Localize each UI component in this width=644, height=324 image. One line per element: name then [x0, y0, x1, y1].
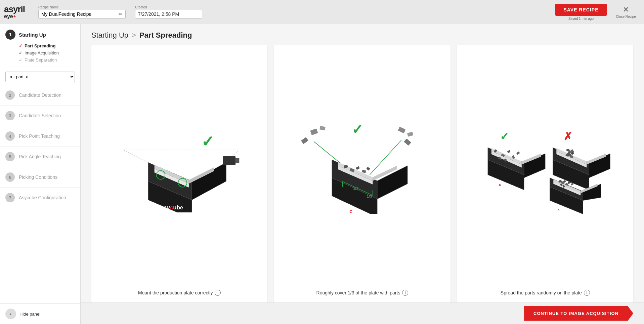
breadcrumb-current: Part Spreading [139, 31, 192, 40]
svg-text:1/3: 1/3 [353, 186, 359, 191]
svg-text:✗: ✗ [563, 130, 572, 143]
main-layout: 1 Starting Up ✓ Part Spreading ✓ Image A… [0, 24, 644, 324]
svg-text:c: c [170, 204, 173, 211]
svg-rect-22 [404, 138, 412, 146]
card1-image: asy c ube ✓ [99, 53, 259, 284]
svg-rect-12 [223, 156, 235, 165]
hide-panel-label: Hide panel [19, 312, 40, 317]
svg-text:asy: asy [492, 182, 499, 187]
card2-svg: ✓ [292, 123, 433, 214]
main-content: Starting Up > Part Spreading [81, 24, 644, 324]
svg-text:c: c [350, 208, 352, 214]
sub-item-plate-separation[interactable]: ✓ Plate Separation [19, 56, 75, 64]
created-input-wrap: 7/27/2021, 2:58 PM [135, 10, 202, 18]
step1-header: 1 Starting Up [5, 30, 75, 40]
logo-sub: eye [4, 13, 13, 19]
sub-items: ✓ Part Spreading ✓ Image Acquisition ✓ P… [5, 42, 75, 64]
sidebar-item-asycube-configuration[interactable]: 7 Asycube Configuration [0, 188, 80, 208]
svg-line-9 [123, 150, 148, 162]
sidebar-step1-section: 1 Starting Up ✓ Part Spreading ✓ Image A… [0, 24, 80, 69]
sub-item-part-spreading[interactable]: ✓ Part Spreading [19, 42, 75, 49]
check-icon-1: ✓ [19, 43, 23, 48]
svg-text:1/3: 1/3 [367, 194, 373, 198]
saved-status-text: Saved 1 min ago [568, 17, 594, 21]
card2-info-button[interactable]: i [402, 290, 408, 296]
sub-item-image-acquisition[interactable]: ✓ Image Acquisition [19, 49, 75, 56]
card-spread-parts: ✓ [457, 45, 633, 302]
svg-rect-21 [407, 132, 413, 137]
recipe-name-input-wrap: ✏ [38, 10, 126, 18]
svg-text:ube: ube [173, 204, 183, 211]
nav-label-4: Pick Point Teaching [19, 133, 60, 139]
part-select-dropdown[interactable]: a - part_a [5, 72, 75, 82]
card3-info-button[interactable]: i [584, 290, 590, 296]
svg-rect-57 [516, 151, 520, 155]
recipe-name-field: Recipe Name ✏ [38, 5, 126, 18]
svg-marker-2 [192, 162, 226, 200]
sidebar-nav: 2 Candidate Detection 3 Candidate Select… [0, 85, 80, 303]
logo-plus: + [13, 14, 16, 19]
header: asyril eye + Recipe Name ✏ Created 7/27/… [0, 0, 644, 24]
bottom-bar: CONTINUE TO IMAGE ACQUISITION [81, 302, 644, 324]
close-recipe-button[interactable]: ✕ Close Recipe [612, 4, 640, 20]
cards-area: asy c ube ✓ [81, 45, 644, 302]
close-recipe-label: Close Recipe [616, 15, 636, 18]
svg-text:asy: asy [552, 208, 558, 212]
svg-text:ube: ube [501, 182, 508, 187]
sidebar-item-candidate-selection[interactable]: 3 Candidate Selection [0, 106, 80, 126]
sub-item-label-2: Image Acquisition [25, 50, 59, 55]
step4-circle: 4 [5, 131, 15, 141]
logo-text: asyril [4, 5, 25, 13]
sidebar-item-pick-point-teaching[interactable]: 4 Pick Point Teaching [0, 126, 80, 147]
created-label: Created [135, 5, 202, 9]
nav-label-5: Pick Angle Teaching [19, 154, 61, 159]
step1-circle: 1 [5, 30, 15, 40]
svg-text:ube: ube [352, 208, 361, 214]
svg-text:✓: ✓ [352, 123, 363, 137]
created-field: Created 7/27/2021, 2:58 PM [135, 5, 202, 18]
card-cover-plate: ✓ [274, 45, 450, 302]
svg-text:ube: ube [559, 208, 565, 212]
card3-caption: Spread the parts randomly on the plate i [501, 290, 590, 296]
card-mount-plate: asy c ube ✓ [91, 45, 267, 302]
step3-circle: 3 [5, 111, 15, 120]
svg-rect-54 [507, 150, 511, 153]
hide-panel-button[interactable]: ‹ Hide panel [0, 303, 80, 324]
save-recipe-wrap: SAVE RECIPE Saved 1 min ago [555, 4, 606, 21]
edit-icon[interactable]: ✏ [119, 11, 123, 17]
step6-circle: 6 [5, 172, 15, 182]
breadcrumb-parent: Starting Up [91, 31, 128, 40]
sidebar-item-candidate-detection[interactable]: 2 Candidate Detection [0, 85, 80, 106]
card3-image: ✓ [465, 53, 625, 284]
nav-label-7: Asycube Configuration [19, 195, 66, 200]
save-recipe-button[interactable]: SAVE RECIPE [555, 4, 606, 16]
svg-text:asy: asy [341, 208, 349, 214]
card1-info-button[interactable]: i [215, 290, 221, 296]
svg-rect-19 [301, 137, 308, 144]
sidebar-item-pick-angle-teaching[interactable]: 5 Pick Angle Teaching [0, 147, 80, 167]
svg-rect-35 [362, 170, 366, 173]
nav-label-2: Candidate Detection [19, 92, 61, 98]
sub-item-label-3: Plate Separation [25, 57, 57, 63]
check-icon-3: ✓ [19, 57, 23, 63]
recipe-name-input[interactable] [41, 11, 116, 17]
card3-svg: ✓ [471, 123, 619, 214]
svg-rect-34 [356, 166, 360, 170]
svg-rect-13 [235, 158, 239, 163]
step2-circle: 2 [5, 90, 15, 100]
logo: asyril eye + [4, 5, 25, 19]
card2-caption: Roughly cover 1/3 of the plate with part… [316, 290, 409, 296]
card1-svg: asy c ube ✓ [116, 125, 243, 212]
check-icon-2: ✓ [19, 50, 23, 55]
step5-circle: 5 [5, 152, 15, 161]
breadcrumb-separator: > [132, 31, 136, 40]
sidebar-item-picking-conditions[interactable]: 6 Picking Conditions [0, 167, 80, 188]
svg-rect-17 [310, 128, 318, 135]
part-selector: a - part_a [0, 69, 80, 85]
breadcrumb: Starting Up > Part Spreading [81, 24, 644, 45]
step1-title: Starting Up [19, 32, 46, 38]
svg-rect-36 [367, 167, 371, 170]
sidebar: 1 Starting Up ✓ Part Spreading ✓ Image A… [0, 24, 81, 324]
continue-button[interactable]: CONTINUE TO IMAGE ACQUISITION [524, 306, 633, 321]
card2-image: ✓ [282, 53, 442, 284]
